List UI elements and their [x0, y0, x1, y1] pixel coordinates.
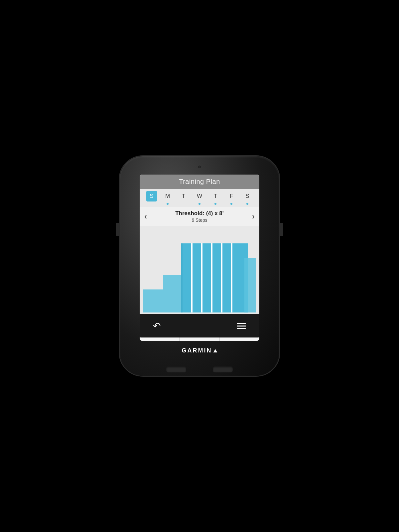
- day-label-m: M: [162, 191, 173, 201]
- garmin-triangle-icon: [213, 349, 217, 352]
- camera-dot: [198, 166, 201, 168]
- day-saturday[interactable]: S: [241, 191, 254, 205]
- day-dot-s2: [246, 203, 248, 205]
- day-label-s1: S: [146, 191, 157, 201]
- workout-chart: [140, 226, 259, 318]
- svg-rect-1: [143, 289, 163, 312]
- svg-rect-4: [191, 243, 193, 313]
- side-button-right[interactable]: [279, 223, 283, 236]
- bumper-left: [166, 366, 186, 372]
- menu-icon[interactable]: [237, 323, 246, 329]
- day-label-f: F: [226, 191, 237, 201]
- workout-title: Threshold: (4) x 8': [147, 210, 252, 217]
- brand-label: GARMIN: [182, 347, 212, 354]
- svg-rect-7: [221, 243, 222, 313]
- day-thursday[interactable]: T: [209, 191, 222, 205]
- menu-line-3: [237, 328, 246, 329]
- day-dot-f: [230, 203, 232, 205]
- day-label-t2: T: [210, 191, 221, 201]
- day-label-w: W: [194, 191, 205, 201]
- day-label-t1: T: [178, 191, 189, 201]
- day-dot-t2: [214, 203, 216, 205]
- device-wrapper: Training Plan S M T W: [110, 146, 289, 386]
- workout-info: Threshold: (4) x 8' 6 Steps: [147, 210, 252, 223]
- back-icon[interactable]: ↶: [153, 321, 161, 332]
- day-dot-w: [199, 203, 200, 205]
- bumper-right: [213, 366, 233, 372]
- day-dot-m: [167, 203, 169, 205]
- svg-rect-5: [201, 243, 202, 313]
- day-label-s2: S: [242, 191, 253, 201]
- bottom-bumper: [166, 366, 233, 372]
- controls-bar: ↶: [140, 314, 259, 337]
- garmin-device: Training Plan S M T W: [120, 156, 279, 376]
- svg-rect-9: [244, 258, 256, 312]
- next-arrow[interactable]: ›: [252, 212, 255, 221]
- menu-line-2: [237, 326, 246, 327]
- brand-area: GARMIN: [182, 347, 217, 354]
- day-wednesday[interactable]: W: [193, 191, 206, 205]
- day-friday[interactable]: F: [225, 191, 238, 205]
- svg-rect-6: [211, 243, 212, 313]
- svg-rect-2: [163, 275, 181, 313]
- day-sunday[interactable]: S: [145, 191, 158, 205]
- days-row: S M T W T: [140, 189, 259, 207]
- side-button-left[interactable]: [116, 223, 120, 236]
- svg-rect-10: [181, 243, 183, 313]
- workout-steps: 6 Steps: [147, 217, 252, 223]
- workout-row: ‹ Threshold: (4) x 8' 6 Steps ›: [140, 207, 259, 226]
- chart-area: [140, 226, 259, 318]
- day-monday[interactable]: M: [161, 191, 174, 205]
- screen-title: Training Plan: [140, 175, 259, 189]
- menu-line-1: [237, 323, 246, 324]
- day-tuesday[interactable]: T: [177, 191, 190, 205]
- svg-rect-8: [231, 243, 232, 313]
- prev-arrow[interactable]: ‹: [144, 212, 147, 221]
